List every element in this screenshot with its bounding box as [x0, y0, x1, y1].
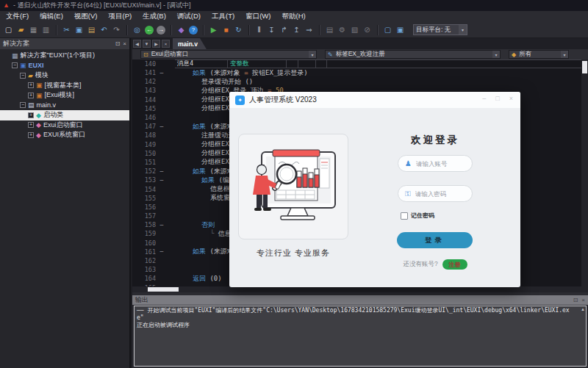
variable-cell[interactable] [316, 59, 327, 68]
expand-icon[interactable]: + [28, 112, 34, 118]
expand-icon[interactable]: + [28, 93, 34, 98]
package-icon[interactable]: ▧ [349, 24, 360, 35]
scrollbar-thumb[interactable] [148, 287, 179, 292]
maximize-button[interactable]: □ [495, 95, 499, 102]
login-dialog: ✦ 人事管理系统 V2023 – □ × [229, 92, 520, 287]
variable-type-cell[interactable]: 变整数 [228, 59, 287, 68]
account-input[interactable] [416, 160, 462, 167]
fold-marker[interactable]: — [156, 168, 168, 175]
fold-marker[interactable]: — [156, 248, 168, 255]
close-button[interactable]: × [509, 95, 513, 102]
tab-list-button[interactable]: ▼ [143, 40, 151, 48]
variable-cell[interactable] [287, 59, 298, 68]
code-view-icon[interactable]: ▣ [395, 24, 406, 35]
menu-item-生成[interactable]: 生成(B) [143, 12, 166, 21]
event-dropdown[interactable]: ✎标签EX_欢迎注册▾ [325, 50, 501, 59]
menu-item-调试[interactable]: 调试(D) [177, 12, 201, 21]
pin-icon[interactable]: ⊡ [573, 297, 578, 303]
nav-forward-icon[interactable]: → [157, 26, 165, 35]
pause-icon[interactable]: ‖ [254, 24, 265, 35]
menu-item-帮助[interactable]: 帮助(H) [282, 12, 305, 21]
collapse-icon[interactable]: − [20, 102, 26, 108]
tree-item-EUXI[interactable]: −▣EUXI [0, 61, 129, 71]
paste-icon[interactable]: ▤ [86, 24, 97, 35]
register-button[interactable]: 注册 [442, 259, 467, 270]
login-button[interactable]: 登录 [397, 232, 473, 248]
tab-main-v[interactable]: main.v [173, 38, 207, 49]
redo-icon[interactable]: ↷ [111, 24, 122, 35]
tree-item-main.v[interactable]: −▤main.v [0, 101, 129, 111]
expand-icon[interactable]: + [28, 122, 34, 128]
editor-vertical-scrollbar[interactable] [581, 59, 588, 286]
stop-icon[interactable]: ■ [220, 24, 232, 35]
tree-item-Exui启动窗口[interactable]: +◆Exui启动窗口 [0, 120, 129, 131]
cut-icon[interactable]: ✂ [61, 24, 72, 35]
copy-icon[interactable]: ▣ [74, 24, 85, 35]
gutter: 142 [132, 78, 175, 85]
close-icon[interactable]: × [123, 40, 126, 47]
pin-icon[interactable]: ⊡ [115, 40, 121, 47]
tab-close-button[interactable]: × [162, 40, 170, 48]
menu-item-窗口[interactable]: 窗口(W) [245, 12, 270, 21]
find-icon[interactable]: ◎ [132, 24, 143, 35]
minimize-button[interactable]: – [482, 95, 486, 102]
variable-declaration-row[interactable]: 140 消息4 变整数 [132, 59, 588, 68]
save-all-icon[interactable]: ▥ [40, 24, 51, 35]
fold-marker[interactable]: — [156, 123, 168, 130]
save-icon[interactable]: ▦ [28, 24, 39, 35]
tree-item-解决方案"EUXI"(1个项目)[interactable]: ▦解决方案"EUXI"(1个项目) [0, 51, 129, 61]
editor-horizontal-scrollbar[interactable] [132, 286, 581, 292]
restart-debug-icon[interactable]: ↻ [233, 24, 244, 35]
tree-item-[视窗基本类][interactable]: +▣[视窗基本类] [0, 81, 129, 91]
help-icon[interactable]: ? [189, 26, 198, 35]
new-file-icon[interactable]: ▢ [3, 24, 14, 35]
object-dropdown[interactable]: ⊡Exui启动窗口▾ [140, 50, 317, 59]
fold-marker[interactable]: — [156, 70, 168, 76]
expand-icon[interactable]: + [28, 132, 34, 138]
variable-name-cell[interactable]: 消息4 [175, 59, 228, 68]
code-line-142[interactable]: 142登录缓动开始 () [132, 77, 588, 86]
menu-item-文件[interactable]: 文件(F) [6, 12, 29, 21]
scroll-up-icon[interactable]: ▲ [581, 307, 585, 311]
expand-icon[interactable]: + [28, 82, 34, 88]
tab-scroll-right-button[interactable]: ▶ [152, 40, 160, 48]
variable-cell[interactable] [327, 59, 588, 68]
remember-password-checkbox[interactable] [401, 212, 408, 220]
menu-item-视图[interactable]: 视图(V) [74, 12, 98, 21]
form-designer-icon[interactable]: ▢ [382, 24, 393, 35]
collapse-icon[interactable]: − [12, 62, 18, 68]
account-field-wrapper: ♟ [398, 155, 473, 172]
dialog-title-bar[interactable]: ✦ 人事管理系统 V2023 [229, 92, 520, 108]
scrollbar-thumb[interactable] [582, 61, 587, 73]
build-project-icon[interactable]: ⚙ [337, 24, 348, 35]
tree-item-模块[interactable]: −▰模块 [0, 71, 129, 81]
fold-marker[interactable]: — [156, 177, 168, 184]
toolbar-separator [248, 25, 249, 35]
menu-item-项目[interactable]: 项目(P) [108, 12, 132, 21]
compile-icon[interactable]: ▤ [324, 24, 335, 35]
menu-item-工具[interactable]: 工具(T) [212, 12, 234, 21]
tree-item-启动类[interactable]: +◆启动类 [0, 110, 129, 120]
step-into-icon[interactable]: ↧ [266, 24, 277, 35]
close-icon[interactable]: × [581, 297, 585, 303]
tree-item-EXUI系统窗口[interactable]: +◆EXUI系统窗口 [0, 130, 129, 140]
variable-cell[interactable] [298, 59, 316, 68]
step-over-icon[interactable]: ↱ [279, 24, 290, 35]
tab-scroll-left-button[interactable]: ◀ [133, 40, 141, 48]
step-out-icon[interactable]: ↥ [291, 24, 302, 35]
target-platform-dropdown[interactable]: 目标平台: 无▾ [413, 24, 467, 35]
undo-icon[interactable]: ↶ [98, 24, 110, 35]
open-folder-icon[interactable]: ▰ [15, 24, 26, 35]
run-icon[interactable]: ▶ [208, 24, 219, 35]
filter-dropdown[interactable]: ◆所有▾ [509, 50, 569, 59]
fold-marker[interactable]: — [156, 222, 168, 228]
collapse-icon[interactable]: − [20, 73, 26, 79]
clean-icon[interactable]: ⊘ [362, 24, 373, 35]
nav-back-icon[interactable]: ← [145, 26, 154, 35]
tree-item-[Exui模块][interactable]: +▣[Exui模块] [0, 90, 129, 101]
menu-item-编辑[interactable]: 编辑(E) [40, 12, 63, 21]
build-icon[interactable]: ◆ [176, 24, 187, 35]
run-to-cursor-icon[interactable]: ⇒ [304, 24, 315, 35]
code-line-141[interactable]: 141—如果 (来源对象 = 按钮EX_提示登录) [132, 68, 588, 77]
password-input[interactable] [415, 190, 461, 198]
